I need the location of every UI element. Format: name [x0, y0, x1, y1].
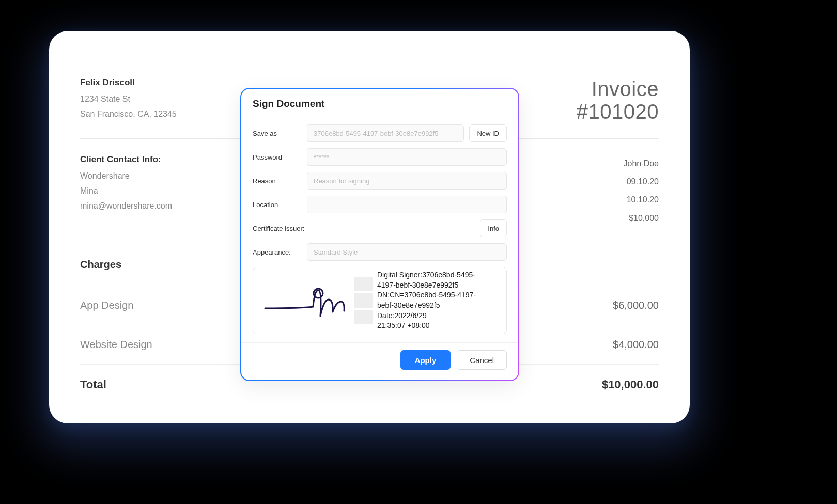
password-label: Password — [253, 153, 302, 161]
dialog-title: Sign Document — [241, 89, 518, 117]
meta-name: John Doe — [624, 154, 659, 172]
charge-label: App Design — [80, 300, 133, 311]
invoice-title-word: Invoice — [577, 77, 659, 100]
info-button[interactable]: Info — [480, 219, 507, 237]
sender-address-2: San Francisco, CA, 12345 — [80, 107, 177, 122]
appearance-label: Appearance: — [253, 248, 302, 256]
charge-label: Website Design — [80, 339, 152, 351]
client-contact: Mina — [80, 184, 172, 199]
signature-icon — [262, 280, 350, 321]
location-label: Location — [253, 201, 302, 209]
signature-details: Digital Signer:3706e8bd-5495- 4197-bebf-… — [377, 270, 497, 331]
charge-amount: $6,000.00 — [613, 300, 659, 311]
sign-document-dialog: Sign Document Save as New ID Password Re… — [240, 88, 519, 381]
save-as-input[interactable] — [307, 124, 464, 142]
meta-date-1: 09.10.20 — [624, 172, 659, 191]
apply-button[interactable]: Apply — [400, 350, 451, 370]
sender-block: Felix Driscoll 1234 State St San Francis… — [80, 77, 177, 122]
client-company: Wondershare — [80, 169, 172, 184]
client-block: Client Contact Info: Wondershare Mina mi… — [80, 154, 172, 227]
sender-name: Felix Driscoll — [80, 77, 177, 88]
sender-address-1: 1234 State St — [80, 92, 177, 107]
meta-date-2: 10.10.20 — [624, 191, 659, 209]
client-email: mina@wondershare.com — [80, 199, 172, 214]
total-label: Total — [80, 378, 106, 391]
new-id-button[interactable]: New ID — [469, 124, 507, 142]
invoice-number: #101020 — [577, 100, 659, 123]
total-amount: $10,000.00 — [602, 378, 659, 391]
charge-amount: $4,000.00 — [613, 339, 659, 351]
password-input[interactable] — [307, 148, 507, 166]
appearance-select[interactable] — [307, 243, 507, 261]
invoice-title: Invoice #101020 — [577, 77, 659, 123]
cancel-button[interactable]: Cancel — [457, 350, 507, 370]
location-input[interactable] — [307, 196, 507, 213]
reason-input[interactable] — [307, 172, 507, 190]
invoice-meta: John Doe 09.10.20 10.10.20 $10,000 — [624, 154, 659, 227]
signature-preview: Digital Signer:3706e8bd-5495- 4197-bebf-… — [253, 267, 507, 334]
save-as-label: Save as — [253, 130, 302, 137]
meta-amount: $10,000 — [624, 209, 659, 227]
signature-bars-icon — [354, 277, 373, 324]
certificate-issuer-label: Certificate issuer: — [253, 225, 304, 232]
reason-label: Reason — [253, 177, 302, 185]
client-label: Client Contact Info: — [80, 154, 172, 165]
